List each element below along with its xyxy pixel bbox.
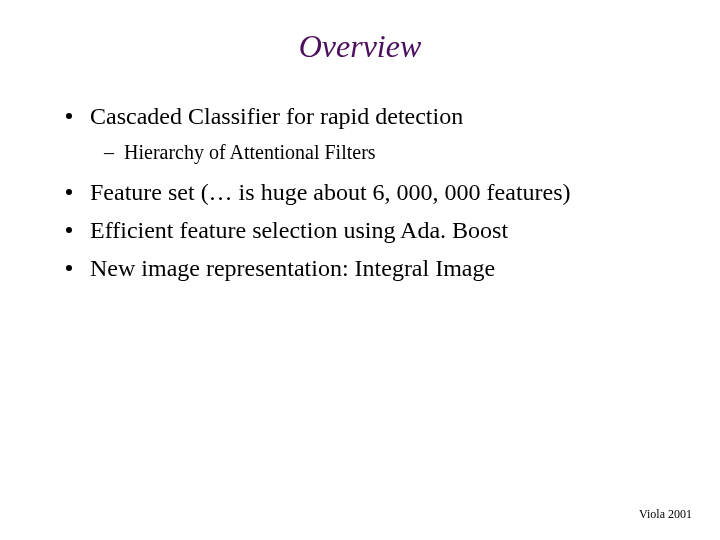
- slide-title: Overview: [0, 28, 720, 65]
- bullet-sub-item: – Hierarchy of Attentional Filters: [104, 139, 680, 165]
- footer-citation: Viola 2001: [639, 507, 692, 522]
- bullet-dot-icon: [66, 227, 72, 233]
- bullet-item: Efficient feature selection using Ada. B…: [66, 215, 680, 245]
- bullet-dash-icon: –: [104, 139, 114, 165]
- slide-content: Cascaded Classifier for rapid detection …: [0, 101, 720, 283]
- slide: Overview Cascaded Classifier for rapid d…: [0, 0, 720, 540]
- bullet-item: Cascaded Classifier for rapid detection: [66, 101, 680, 131]
- bullet-dot-icon: [66, 113, 72, 119]
- bullet-text: Feature set (… is huge about 6, 000, 000…: [90, 177, 571, 207]
- bullet-item: New image representation: Integral Image: [66, 253, 680, 283]
- bullet-text: New image representation: Integral Image: [90, 253, 495, 283]
- bullet-text: Efficient feature selection using Ada. B…: [90, 215, 508, 245]
- bullet-text: Cascaded Classifier for rapid detection: [90, 101, 463, 131]
- bullet-item: Feature set (… is huge about 6, 000, 000…: [66, 177, 680, 207]
- bullet-dot-icon: [66, 189, 72, 195]
- bullet-dot-icon: [66, 265, 72, 271]
- bullet-text: Hierarchy of Attentional Filters: [124, 139, 376, 165]
